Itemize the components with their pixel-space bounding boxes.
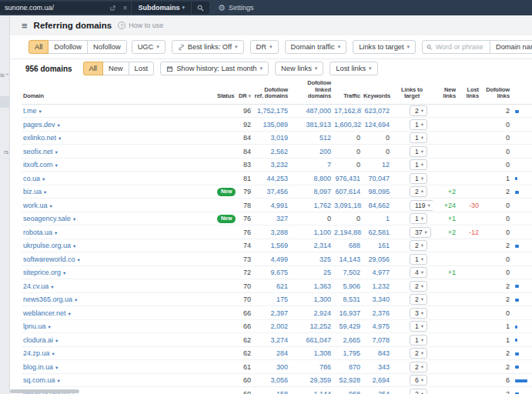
how-to-use-link[interactable]: ? How to use <box>118 22 163 29</box>
links-to-target-select[interactable]: 2▾ <box>410 362 427 372</box>
cell-dofollow-ref[interactable]: 3,056 <box>253 373 289 387</box>
history-new-button[interactable]: New <box>102 62 129 75</box>
cell-keywords[interactable]: 343 <box>362 360 391 374</box>
links-to-target-select[interactable]: 2▾ <box>410 186 427 197</box>
cell-keywords[interactable]: 623,072 <box>362 104 391 118</box>
col-new-links[interactable]: New links <box>433 78 457 104</box>
domain-link[interactable]: 24.zp.ua▾ <box>23 349 55 357</box>
dr-filter-dropdown[interactable]: DR ▾ <box>250 40 279 54</box>
cell-dofollow-linked[interactable]: 200 <box>289 145 333 159</box>
cell-dofollow-ref[interactable]: 44,253 <box>253 172 289 185</box>
domain-link[interactable]: pages.dev▾ <box>23 121 60 129</box>
links-to-target-select[interactable]: 4▾ <box>410 267 427 278</box>
word-search-field[interactable] <box>422 40 490 54</box>
hamburger-menu-icon[interactable]: ≡ <box>22 21 28 31</box>
history-lost-button[interactable]: Lost <box>129 62 155 75</box>
cell-traffic[interactable]: 17,162,872 <box>333 104 362 118</box>
links-to-target-select[interactable]: 1▾ <box>410 335 427 346</box>
links-to-target-select[interactable]: 1▾ <box>410 321 427 332</box>
domain-link[interactable]: siteprice.org▾ <box>23 269 65 276</box>
cell-keywords[interactable]: 1,232 <box>362 279 391 293</box>
cell-keywords[interactable]: 70,047 <box>362 172 391 185</box>
cell-traffic[interactable]: 0 <box>333 212 362 225</box>
cell-keywords[interactable]: 843 <box>362 346 391 360</box>
cell-traffic[interactable]: 870 <box>333 360 362 374</box>
links-to-target-select[interactable]: 1▾ <box>410 146 427 157</box>
history-all-button[interactable]: All <box>83 62 103 75</box>
cell-dofollow-linked[interactable]: 25 <box>289 265 333 279</box>
cell-dofollow-ref[interactable]: 1,752,175 <box>253 104 289 118</box>
cell-traffic[interactable]: 0 <box>333 131 362 145</box>
links-to-target-select[interactable]: 2▾ <box>410 105 427 116</box>
cell-keywords[interactable]: 3,340 <box>362 292 391 306</box>
domain-link[interactable]: work.ua▾ <box>23 202 52 209</box>
domain-traffic-dropdown[interactable]: Domain traffic ▾ <box>285 40 347 54</box>
cell-dofollow-linked[interactable]: 1,144 <box>289 387 333 394</box>
domain-link[interactable]: blog.in.ua▾ <box>23 363 58 371</box>
target-url-input[interactable]: sunone.com.ua/ <box>0 4 106 12</box>
cell-dofollow-ref[interactable]: 1,569 <box>253 239 289 252</box>
cell-dofollow-linked[interactable]: 12,252 <box>289 319 333 333</box>
cell-traffic[interactable]: 59,429 <box>333 319 362 333</box>
cell-dofollow-ref[interactable]: 2,002 <box>253 319 289 333</box>
col-keywords[interactable]: Keywords <box>362 78 391 104</box>
filter-all-button[interactable]: All <box>28 40 49 54</box>
domain-link[interactable]: weblancer.net▾ <box>23 309 71 317</box>
search-mode-button[interactable] <box>191 2 209 14</box>
links-to-target-select[interactable]: 1▾ <box>410 119 427 130</box>
cell-traffic[interactable]: 14,143 <box>333 252 362 266</box>
cell-dofollow-linked[interactable]: 487,000 <box>289 104 333 118</box>
cell-dofollow-ref[interactable]: 300 <box>253 360 289 374</box>
best-links-dropdown[interactable]: Best links: Off ▾ <box>172 40 244 54</box>
cell-dofollow-linked[interactable]: 661,047 <box>289 333 333 347</box>
cell-dofollow-linked[interactable]: 1,100 <box>289 225 333 239</box>
cell-traffic[interactable]: 688 <box>333 239 362 252</box>
col-traffic[interactable]: Traffic <box>333 78 362 104</box>
cell-traffic[interactable]: 0 <box>333 145 362 159</box>
links-to-target-select[interactable]: 6▾ <box>410 375 427 386</box>
cell-keywords[interactable]: 29,056 <box>362 252 391 266</box>
cell-keywords[interactable]: 2,376 <box>362 306 391 320</box>
domain-link[interactable]: 24.cv.ua▾ <box>23 282 54 290</box>
domain-link[interactable]: exlinko.net▾ <box>23 134 61 142</box>
filter-nofollow-button[interactable]: Nofollow <box>87 40 127 54</box>
domain-link[interactable]: biz.ua▾ <box>23 188 46 195</box>
cell-keywords[interactable]: 0 <box>362 145 391 159</box>
cell-keywords[interactable]: 2,694 <box>362 373 391 387</box>
domain-link[interactable]: seoagency.sale▾ <box>23 215 75 222</box>
ugc-dropdown[interactable]: UGC ▾ <box>132 40 166 54</box>
col-lost-links[interactable]: Lost links <box>457 78 480 104</box>
cell-traffic[interactable]: 7,502 <box>333 265 362 279</box>
links-to-target-select[interactable]: 119▾ <box>410 200 433 211</box>
domain-link[interactable]: sq.com.ua▾ <box>23 376 60 384</box>
cell-dofollow-ref[interactable]: 2,562 <box>253 145 289 159</box>
links-to-target-select[interactable]: 2▾ <box>410 348 427 359</box>
cell-dofollow-linked[interactable]: 1,363 <box>289 279 333 293</box>
cell-traffic[interactable]: 3,091,182 <box>333 199 362 212</box>
domain-link[interactable]: clodura.ai▾ <box>23 336 58 344</box>
settings-button[interactable]: ⚙ Settings <box>218 0 253 15</box>
col-dr[interactable]: DR ▾ <box>236 78 253 104</box>
cell-dofollow-ref[interactable]: 4,499 <box>253 252 289 266</box>
word-search-input[interactable] <box>436 43 486 51</box>
cell-dofollow-ref[interactable]: 158 <box>253 387 289 394</box>
links-to-target-select[interactable]: 37▾ <box>410 227 431 238</box>
horizontal-scrollbar[interactable] <box>10 389 79 393</box>
subdomains-dropdown[interactable]: Subdomains ▾ <box>131 2 191 14</box>
cell-keywords[interactable]: 0 <box>362 131 391 145</box>
cell-keywords[interactable]: 124,694 <box>362 118 391 132</box>
cell-dofollow-linked[interactable]: 8,097 <box>289 185 333 199</box>
cell-keywords[interactable]: 1 <box>362 212 391 225</box>
cell-traffic[interactable]: 2,194,881 <box>333 225 362 239</box>
clear-target-icon[interactable]: × <box>119 2 131 14</box>
domain-name-select[interactable]: Domain name ▾ <box>490 40 532 54</box>
cell-dofollow-ref[interactable]: 3,019 <box>253 131 289 145</box>
show-history-dropdown[interactable]: Show history: Last month ▾ <box>160 62 269 75</box>
cell-dofollow-ref[interactable]: 4,991 <box>253 199 289 212</box>
domain-link[interactable]: ukrpulse.org.ua▾ <box>23 242 75 249</box>
cell-dofollow-linked[interactable]: 29,359 <box>289 373 333 387</box>
cell-dofollow-linked[interactable]: 325 <box>289 252 333 266</box>
cell-keywords[interactable]: 12 <box>362 158 391 172</box>
links-to-target-select[interactable]: 2▾ <box>410 240 427 251</box>
cell-dofollow-linked[interactable]: 786 <box>289 360 333 374</box>
